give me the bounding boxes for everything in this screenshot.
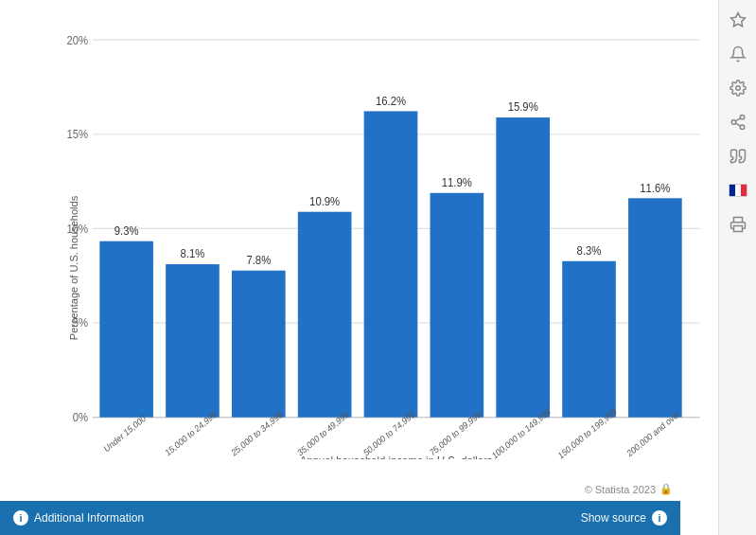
svg-text:Annual household income in U.S: Annual household income in U.S. dollars bbox=[300, 454, 493, 459]
bar-8 bbox=[562, 261, 616, 418]
star-icon[interactable] bbox=[728, 9, 748, 30]
bar-6 bbox=[431, 193, 484, 418]
print-icon[interactable] bbox=[728, 214, 748, 235]
svg-point-30 bbox=[735, 86, 740, 91]
svg-text:0%: 0% bbox=[73, 410, 88, 424]
svg-text:Under 15,000: Under 15,000 bbox=[102, 413, 147, 454]
svg-text:20%: 20% bbox=[66, 33, 88, 47]
svg-text:10%: 10% bbox=[66, 222, 88, 236]
flag-icon[interactable] bbox=[728, 180, 748, 201]
svg-text:8.1%: 8.1% bbox=[181, 247, 205, 261]
bar-4 bbox=[298, 212, 352, 418]
share-icon[interactable] bbox=[728, 112, 748, 133]
chart-wrapper: 20% 15% 10% 5% 0% 9.3% Under 15,000 8.1%… bbox=[57, 19, 709, 459]
quote-icon[interactable] bbox=[728, 146, 748, 167]
svg-text:8.3%: 8.3% bbox=[577, 243, 602, 258]
bar-1 bbox=[99, 241, 153, 418]
svg-point-33 bbox=[740, 125, 745, 130]
svg-line-34 bbox=[735, 123, 740, 126]
svg-point-31 bbox=[740, 116, 745, 120]
bar-9 bbox=[628, 198, 682, 417]
footer-bar: i Additional Information Show source i bbox=[0, 501, 680, 535]
svg-marker-29 bbox=[730, 13, 745, 27]
svg-text:7.8%: 7.8% bbox=[246, 253, 271, 267]
svg-line-35 bbox=[735, 118, 740, 121]
bar-7 bbox=[496, 117, 550, 418]
bar-2 bbox=[166, 264, 220, 418]
show-source-label[interactable]: Show source bbox=[581, 511, 646, 525]
statista-badge: © Statista 2023 🔒 bbox=[585, 483, 673, 495]
statista-label: © Statista 2023 bbox=[585, 484, 656, 495]
svg-text:15%: 15% bbox=[66, 127, 88, 141]
svg-text:5%: 5% bbox=[73, 316, 88, 330]
sidebar bbox=[718, 0, 756, 535]
chart-area: Percentage of U.S. households 20% 15% 10… bbox=[0, 0, 718, 535]
footer-left: i Additional Information bbox=[13, 510, 144, 526]
info-icon: i bbox=[13, 510, 28, 526]
svg-text:15.9%: 15.9% bbox=[508, 100, 538, 115]
svg-text:9.3%: 9.3% bbox=[114, 223, 139, 238]
svg-text:10.9%: 10.9% bbox=[309, 194, 340, 208]
main-container: Percentage of U.S. households 20% 15% 10… bbox=[0, 0, 756, 535]
bar-5 bbox=[364, 111, 418, 417]
svg-point-32 bbox=[731, 120, 736, 125]
svg-text:16.2%: 16.2% bbox=[376, 94, 406, 108]
bell-icon[interactable] bbox=[728, 44, 748, 64]
svg-rect-36 bbox=[733, 226, 742, 232]
bar-chart: 20% 15% 10% 5% 0% 9.3% Under 15,000 8.1%… bbox=[57, 19, 709, 459]
svg-text:11.6%: 11.6% bbox=[640, 181, 670, 195]
bar-3 bbox=[232, 271, 286, 418]
svg-text:11.9%: 11.9% bbox=[442, 175, 472, 189]
additional-info-label[interactable]: Additional Information bbox=[34, 511, 144, 525]
footer-right: Show source i bbox=[581, 510, 667, 526]
gear-icon[interactable] bbox=[728, 78, 748, 98]
source-info-icon: i bbox=[652, 510, 667, 526]
lock-icon: 🔒 bbox=[659, 483, 673, 495]
